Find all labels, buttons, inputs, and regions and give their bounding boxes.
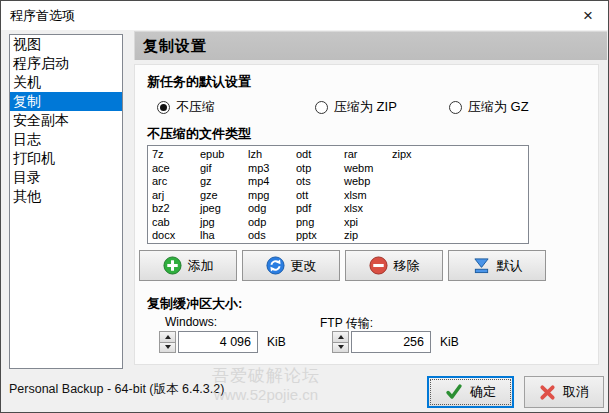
arrow-down-icon xyxy=(165,345,171,349)
arrow-up-icon xyxy=(165,335,171,339)
filetype-item[interactable]: mp4 xyxy=(248,175,296,189)
filetype-item[interactable]: docx xyxy=(152,229,200,243)
filetype-item[interactable]: cab xyxy=(152,216,200,230)
filetype-item[interactable]: ott xyxy=(296,189,344,203)
spin-down-button[interactable] xyxy=(159,342,176,354)
windows-buffer-spinner: KiB xyxy=(159,331,286,353)
filetype-toolbar: 添加 更改 移除 xyxy=(139,250,546,281)
ftp-buffer-input[interactable] xyxy=(351,331,431,353)
title-bar: 程序首选项 × xyxy=(1,1,608,30)
filetype-item[interactable]: mp3 xyxy=(248,162,296,176)
minus-circle-icon xyxy=(369,256,388,275)
default-button[interactable]: 默认 xyxy=(448,250,546,281)
sidebar-item-copy[interactable]: 复制 xyxy=(10,92,122,111)
filetype-item[interactable]: odg xyxy=(248,202,296,216)
add-button-label: 添加 xyxy=(188,257,214,275)
remove-button[interactable]: 移除 xyxy=(345,250,443,281)
sidebar-item-security-copy[interactable]: 安全副本 xyxy=(10,111,122,130)
change-button-label: 更改 xyxy=(291,257,317,275)
filetype-item[interactable]: xlsm xyxy=(344,189,392,203)
change-button[interactable]: 更改 xyxy=(242,250,340,281)
filetype-item[interactable]: pptx xyxy=(296,229,344,243)
filetype-item[interactable]: ods xyxy=(248,229,296,243)
sidebar-item-log[interactable]: 日志 xyxy=(10,130,122,149)
filetype-item[interactable]: zip xyxy=(344,229,392,243)
ftp-buffer-spinner: KiB xyxy=(332,331,459,353)
sidebar-item-directory[interactable]: 目录 xyxy=(10,168,122,187)
version-status-text: Personal Backup - 64-bit (版本 6.4.3.2) xyxy=(9,381,224,398)
arrow-up-icon xyxy=(338,335,344,339)
ftp-buffer-unit: KiB xyxy=(440,335,459,349)
filetype-item[interactable]: odp xyxy=(248,216,296,230)
filetype-item[interactable]: jpeg xyxy=(200,202,248,216)
add-button[interactable]: 添加 xyxy=(139,250,237,281)
radio-compress-gz[interactable]: 压缩为 GZ xyxy=(449,98,529,116)
buffer-size-title: 复制缓冲区大小: xyxy=(147,295,242,313)
filetype-item[interactable]: zipx xyxy=(392,148,440,162)
filetype-item[interactable]: gz xyxy=(200,175,248,189)
radio-no-compress[interactable]: 不压缩 xyxy=(157,98,215,116)
settings-panel: 新任务的默认设置 不压缩 压缩为 ZIP 压缩为 GZ 不压缩的文件类型 7za… xyxy=(134,64,599,365)
filetype-item[interactable]: epub xyxy=(200,148,248,162)
filetype-item[interactable]: 7z xyxy=(152,148,200,162)
filetype-item[interactable]: xlsx xyxy=(344,202,392,216)
filetype-item[interactable]: odt xyxy=(296,148,344,162)
spinner-updown xyxy=(332,331,349,353)
sidebar-item-startup[interactable]: 程序启动 xyxy=(10,54,122,73)
page-header: 复制设置 xyxy=(134,31,607,60)
cancel-button-label: 取消 xyxy=(563,383,589,401)
filetype-item[interactable]: xpi xyxy=(344,216,392,230)
radio-compress-zip[interactable]: 压缩为 ZIP xyxy=(315,98,397,116)
filetype-item[interactable]: jpg xyxy=(200,216,248,230)
filetype-item[interactable]: ace xyxy=(152,162,200,176)
page-title: 复制设置 xyxy=(135,37,207,56)
refresh-circle-icon xyxy=(266,256,285,275)
default-button-label: 默认 xyxy=(497,257,523,275)
radio-label: 不压缩 xyxy=(176,98,215,116)
radio-label: 压缩为 GZ xyxy=(468,98,529,116)
ok-button[interactable]: 确定 xyxy=(427,376,514,408)
plus-circle-icon xyxy=(163,256,182,275)
windows-buffer-input[interactable] xyxy=(178,331,258,353)
filetype-item[interactable]: rar xyxy=(344,148,392,162)
spin-down-button[interactable] xyxy=(332,342,349,354)
sidebar-item-other[interactable]: 其他 xyxy=(10,187,122,206)
filetype-item[interactable]: pdf xyxy=(296,202,344,216)
filetypes-title: 不压缩的文件类型 xyxy=(147,125,251,143)
preferences-dialog: 程序首选项 × 视图程序启动关机复制安全副本日志打印机目录其他 复制设置 新任务… xyxy=(0,0,609,413)
x-icon xyxy=(539,384,556,401)
filetype-item[interactable]: lha xyxy=(200,229,248,243)
filetype-item[interactable]: ots xyxy=(296,175,344,189)
remove-button-label: 移除 xyxy=(394,257,420,275)
windows-buffer-label: Windows: xyxy=(165,315,217,329)
radio-circle-icon xyxy=(157,101,170,114)
filetype-item[interactable]: lzh xyxy=(248,148,296,162)
spinner-updown xyxy=(159,331,176,353)
filetype-item[interactable]: gze xyxy=(200,189,248,203)
filetype-item[interactable]: otp xyxy=(296,162,344,176)
close-icon[interactable]: × xyxy=(568,1,608,30)
windows-buffer-unit: KiB xyxy=(267,335,286,349)
sidebar-item-printer[interactable]: 打印机 xyxy=(10,149,122,168)
to-default-arrow-icon xyxy=(472,257,491,274)
filetype-item[interactable]: png xyxy=(296,216,344,230)
ok-button-label: 确定 xyxy=(470,383,496,401)
filetype-item[interactable]: webm xyxy=(344,162,392,176)
arrow-down-icon xyxy=(338,345,344,349)
filetype-item[interactable]: webp xyxy=(344,175,392,189)
filetype-item[interactable]: gif xyxy=(200,162,248,176)
radio-circle-icon xyxy=(315,101,328,114)
sidebar-item-shutdown[interactable]: 关机 xyxy=(10,73,122,92)
category-list[interactable]: 视图程序启动关机复制安全副本日志打印机目录其他 xyxy=(9,34,123,369)
check-icon xyxy=(445,383,463,401)
ftp-buffer-label: FTP 传输: xyxy=(320,315,373,332)
filetype-listbox[interactable]: 7zacearcarjbz2cabdocxepubgifgzgzejpegjpg… xyxy=(147,145,529,244)
cancel-button[interactable]: 取消 xyxy=(524,376,604,408)
filetype-item[interactable]: bz2 xyxy=(152,202,200,216)
filetype-item[interactable]: arj xyxy=(152,189,200,203)
filetype-item[interactable]: arc xyxy=(152,175,200,189)
window-title: 程序首选项 xyxy=(1,7,75,25)
defaults-group-title: 新任务的默认设置 xyxy=(147,73,251,91)
filetype-item[interactable]: mpg xyxy=(248,189,296,203)
sidebar-item-view[interactable]: 视图 xyxy=(10,35,122,54)
